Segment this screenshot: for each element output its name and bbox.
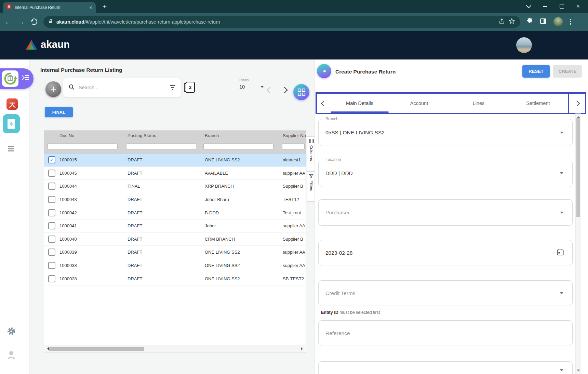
row-checkbox[interactable]: ✓ [48, 183, 55, 190]
browser-tab[interactable]: A Internal Purchase Return × [3, 2, 96, 13]
vertical-scroll-thumb[interactable] [576, 118, 580, 217]
calendar-icon[interactable] [557, 249, 564, 257]
row-checkbox[interactable]: ✓ [48, 196, 55, 203]
scroll-up-icon[interactable] [577, 115, 580, 118]
cell-branch: ONE LIVING SS2 [205, 263, 283, 268]
column-header-doc-no[interactable]: Doc No [59, 133, 128, 138]
settings-gear-icon[interactable] [7, 327, 16, 337]
filter-input-posting-status[interactable] [126, 143, 196, 149]
pagination-next-icon[interactable] [282, 88, 287, 94]
tabs-scroll-left-icon[interactable] [317, 94, 330, 113]
window-minimize-icon[interactable] [543, 6, 547, 7]
sidebar-item-list[interactable] [8, 146, 14, 151]
tab-lines[interactable]: Lines [449, 94, 508, 113]
cjk-character-icon [8, 100, 16, 108]
credit-terms-select[interactable]: Credit Terms [318, 280, 573, 306]
row-checkbox[interactable]: ✓ [48, 249, 55, 256]
url-bar[interactable]: akaun.cloud/#/applet/tnt/wavelet/erp/pur… [43, 16, 520, 28]
table-row[interactable]: ✓ 1000039 DRAFT ONE LIVING SS2 supplier … [44, 246, 306, 259]
next-field-partial[interactable] [318, 361, 573, 374]
panel-vertical-scrollbar[interactable] [575, 113, 581, 374]
table-row[interactable]: ✓ 1000041 DRAFT Johor supplier AA [44, 219, 306, 233]
browser-menu-icon[interactable] [570, 19, 571, 25]
table-row[interactable]: ✓ 1000028 DRAFT ONE LIVING SS2 SB-TEST2 [44, 272, 306, 285]
rows-per-page-select[interactable]: 10 [239, 84, 264, 92]
window-close-icon[interactable]: × [576, 3, 580, 9]
active-tab-underline [331, 111, 389, 113]
filter-input-branch[interactable] [203, 143, 273, 149]
column-header-posting-status[interactable]: Posting Status [128, 133, 205, 138]
column-header-supplier[interactable]: Supplier Na [283, 133, 306, 138]
extensions-puzzle-icon[interactable] [526, 18, 533, 26]
cell-doc-no: 1000045 [59, 171, 128, 176]
horizontal-scroll-thumb[interactable] [49, 347, 144, 351]
location-label: Location [323, 157, 343, 162]
browser-profile-avatar[interactable] [553, 17, 563, 26]
tab-account[interactable]: Account [389, 94, 449, 113]
new-tab-button[interactable]: + [103, 2, 107, 11]
bookmark-star-icon[interactable] [509, 18, 515, 26]
window-maximize-icon[interactable] [560, 4, 564, 9]
add-button[interactable]: + [45, 81, 61, 97]
tab-settlement[interactable]: Settlement [508, 94, 568, 113]
scroll-right-icon[interactable] [301, 347, 304, 350]
filter-input-doc-no[interactable] [48, 143, 118, 149]
user-avatar[interactable] [516, 37, 532, 53]
horizontal-scrollbar[interactable] [44, 345, 305, 352]
window-chevron-icon[interactable] [526, 3, 532, 9]
share-icon[interactable] [499, 18, 505, 26]
cell-branch: Johor [205, 223, 283, 228]
row-checkbox[interactable]: ✓ [48, 170, 55, 177]
row-checkbox[interactable]: ✓ [48, 236, 55, 243]
tab-close-icon[interactable]: × [89, 5, 92, 10]
row-checkbox[interactable]: ✓ [48, 222, 55, 229]
table-row[interactable]: ✓ 1000045 DRAFT AVAILABLE supplier AA [44, 167, 306, 180]
cell-supplier: supplier AA [283, 263, 306, 268]
table-row[interactable]: ✓ 1000043 DRAFT Johor Bharu TEST12 [44, 193, 306, 206]
search-box[interactable] [63, 78, 181, 97]
scroll-left-icon[interactable] [45, 347, 49, 350]
date-field[interactable]: 2023-02-28 [318, 240, 573, 266]
create-button[interactable]: CREATE [553, 65, 582, 78]
reference-field[interactable]: Reference [318, 320, 573, 346]
row-checkbox[interactable]: ✓ [48, 209, 55, 216]
sidebar-item-red-applet[interactable] [6, 98, 18, 110]
location-select[interactable]: Location DDD | DDD [318, 160, 573, 187]
row-checkbox[interactable]: ✓ [48, 156, 55, 163]
column-header-branch[interactable]: Branch [205, 133, 283, 138]
filter-input-supplier[interactable] [282, 143, 305, 149]
search-input[interactable] [78, 84, 166, 91]
rows-caret-icon [260, 86, 264, 88]
side-panel-icon[interactable] [540, 18, 546, 25]
tabs-scroll-right-icon[interactable] [568, 94, 585, 113]
search-filter-icon[interactable] [170, 85, 175, 90]
back-icon[interactable]: ← [5, 18, 12, 25]
scroll-down-icon[interactable] [577, 370, 580, 373]
reload-icon[interactable] [31, 18, 37, 25]
tab-main-details[interactable]: Main Details [330, 94, 389, 113]
cell-supplier: alantest1 [283, 157, 306, 162]
pages-icon[interactable]: 2 [186, 82, 195, 93]
back-button[interactable] [317, 64, 331, 78]
branch-select[interactable]: Branch 05SS | ONE LIVING SS2 [318, 119, 573, 146]
tab-main-details-label: Main Details [346, 101, 373, 106]
grid-view-button[interactable] [293, 84, 309, 100]
table-row[interactable]: ✓ 1000015 DRAFT ONE LIVING SS2 alantest1 [44, 153, 306, 167]
row-checkbox[interactable]: ✓ [48, 262, 55, 269]
sidebar-item-invoice-applet[interactable]: $ [3, 114, 20, 133]
purchaser-select[interactable]: Purchaser [318, 199, 573, 226]
table-row[interactable]: ✓ 1000038 DRAFT ONE LIVING SS2 supplier … [44, 259, 306, 272]
sidebar-expand-icon[interactable] [21, 75, 29, 80]
table-row[interactable]: ✓ 1000042 DRAFT B-DDD Test_rout [44, 206, 306, 219]
cell-supplier: TEST12 [283, 197, 306, 202]
profile-person-icon[interactable] [6, 350, 16, 361]
cell-supplier: Supplier B [283, 237, 306, 242]
table-row[interactable]: ✓ 1000040 DRAFT CRM BRANCH Supplier B [44, 233, 306, 246]
table-row[interactable]: ✓ 1000044 FINAL XRP BRANCH Supplier B [44, 180, 306, 193]
pagination-prev-icon[interactable] [268, 88, 272, 94]
forward-icon[interactable]: → [18, 18, 25, 25]
row-checkbox[interactable]: ✓ [48, 275, 55, 282]
sidebar-item-purchase-return-active[interactable] [0, 68, 34, 89]
final-filter-button[interactable]: FINAL [45, 107, 73, 117]
reset-button[interactable]: RESET [522, 65, 550, 78]
